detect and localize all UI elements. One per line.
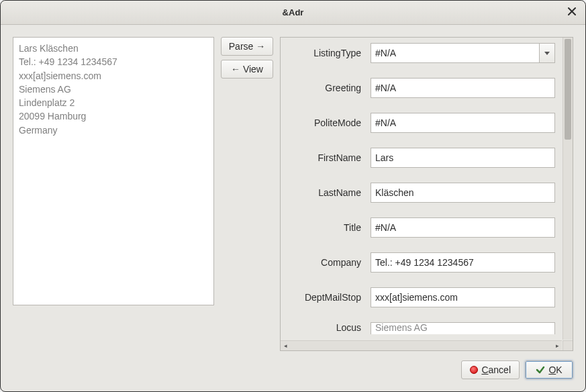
close-button[interactable] [565, 5, 579, 18]
titlebar: &Adr [1, 1, 585, 25]
close-icon [568, 7, 576, 15]
cancel-button[interactable]: Cancel [461, 360, 520, 379]
ok-icon [536, 365, 545, 375]
field-label: PoliteMode [286, 117, 361, 128]
horizontal-scrollbar[interactable]: ◂ ▸ [281, 340, 562, 350]
field-input[interactable] [371, 148, 555, 168]
field-row: PoliteMode [286, 113, 555, 133]
field-label: FirstName [286, 152, 361, 163]
dialog-footer: Cancel OK [13, 358, 573, 379]
scroll-left-arrow-icon[interactable]: ◂ [282, 342, 289, 349]
field-row: FirstName [286, 148, 555, 168]
field-label: DeptMailStop [286, 292, 361, 303]
field-input[interactable] [371, 217, 555, 238]
field-input[interactable] [371, 252, 555, 273]
window-title: &Adr [283, 7, 304, 17]
ok-mnemonic: O [548, 364, 556, 375]
field-input[interactable] [371, 43, 539, 63]
fields-scroll-area: ListingTypeGreetingPoliteModeFirstNameLa… [281, 38, 573, 350]
field-label: Greeting [286, 83, 361, 93]
field-row: Company [286, 252, 555, 273]
field-row: DeptMailStop [286, 287, 555, 307]
field-label: Company [286, 257, 361, 268]
field-row: Locus [286, 322, 555, 334]
field-label: Title [286, 222, 361, 233]
ok-label-rest: K [556, 364, 562, 375]
parse-button[interactable]: Parse → [221, 37, 273, 56]
scroll-right-arrow-icon[interactable]: ▸ [554, 342, 560, 349]
chevron-down-icon [544, 52, 550, 55]
combo-box[interactable] [371, 43, 555, 63]
ok-button[interactable]: OK [525, 360, 573, 379]
field-input[interactable] [371, 78, 555, 98]
field-input[interactable] [371, 322, 555, 334]
field-label: ListingType [286, 48, 361, 58]
main-row: Parse → ← View ListingTypeGreetingPolite… [13, 37, 573, 351]
fields-panel: ListingTypeGreetingPoliteModeFirstNameLa… [280, 37, 573, 351]
scrollbar-corner [563, 340, 573, 350]
cancel-mnemonic: C [481, 364, 488, 375]
cancel-icon [470, 366, 478, 374]
field-input[interactable] [371, 287, 555, 307]
combo-dropdown-button[interactable] [539, 43, 555, 63]
left-column [13, 37, 214, 351]
middle-column: Parse → ← View [221, 37, 273, 351]
scrollbar-thumb[interactable] [565, 39, 571, 140]
field-row: Greeting [286, 78, 555, 98]
field-row: LastName [286, 183, 555, 203]
body-area: Parse → ← View ListingTypeGreetingPolite… [1, 25, 585, 391]
view-button[interactable]: ← View [221, 60, 273, 79]
address-textarea[interactable] [13, 37, 214, 305]
main-window: &Adr Parse → ← View ListingTypeGreetingP… [0, 0, 586, 392]
field-input[interactable] [371, 113, 555, 133]
field-row: Title [286, 217, 555, 238]
field-input[interactable] [371, 183, 555, 203]
cancel-label-rest: ancel [489, 364, 511, 375]
field-label: LastName [286, 187, 361, 198]
fields-list: ListingTypeGreetingPoliteModeFirstNameLa… [281, 38, 562, 340]
vertical-scrollbar[interactable] [563, 38, 573, 340]
field-row: ListingType [286, 43, 555, 63]
field-label: Locus [286, 322, 361, 333]
